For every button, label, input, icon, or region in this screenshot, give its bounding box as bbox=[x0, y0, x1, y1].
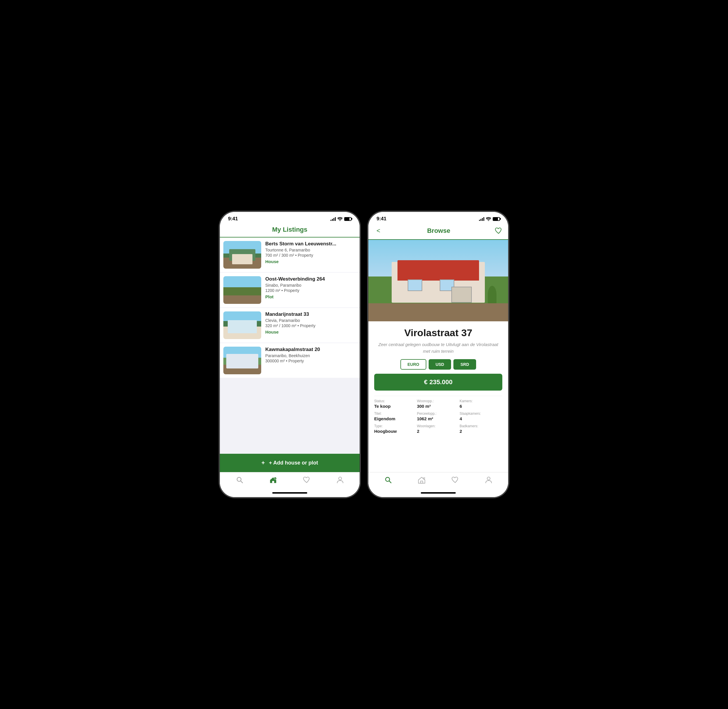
listing-address-1: Tourtonne 6, Paramaribo bbox=[265, 248, 356, 252]
spec-badkamers: Badkamers: 2 bbox=[459, 424, 502, 434]
spec-woonopp: Woonopp.: 300 m² bbox=[417, 399, 460, 408]
listings-icon: + bbox=[269, 476, 277, 484]
status-time-left: 9:41 bbox=[228, 216, 238, 222]
svg-rect-2 bbox=[272, 481, 274, 483]
add-button-icon: + bbox=[262, 460, 265, 466]
currency-euro-button[interactable]: EURO bbox=[401, 359, 426, 370]
heart-icon bbox=[451, 476, 459, 484]
listing-size-1: 700 m² / 300 m² • Property bbox=[265, 253, 356, 258]
list-item[interactable]: Mandarijnstraat 33 Clevia, Paramaribo 32… bbox=[220, 308, 360, 343]
spec-perceelopp-label: Perceelopp.: bbox=[417, 411, 460, 416]
signal-icon bbox=[330, 217, 336, 221]
add-button-label: + Add house or plot bbox=[269, 460, 318, 466]
listing-thumbnail-2 bbox=[223, 276, 261, 304]
svg-text:+: + bbox=[274, 478, 275, 480]
listing-type-2: Plot bbox=[265, 294, 356, 299]
listing-name-2: Oost-Westverbinding 264 bbox=[265, 276, 356, 282]
svg-line-8 bbox=[389, 481, 391, 483]
list-item[interactable]: Berts Storm van Leeuwenstr... Tourtonne … bbox=[220, 238, 360, 272]
listing-address-4: Paramaribo, Beekhuizen bbox=[265, 353, 356, 358]
list-item[interactable]: Kawmakapalmstraat 20 Paramaribo, Beekhui… bbox=[220, 343, 360, 378]
property-specs: Status: Te koop Woonopp.: 300 m² Kamers:… bbox=[374, 396, 502, 436]
profile-icon bbox=[336, 476, 344, 484]
spec-kamers-value: 6 bbox=[459, 404, 502, 408]
search-icon bbox=[384, 476, 392, 484]
spec-woonopp-value: 300 m² bbox=[417, 404, 460, 408]
spec-kamers: Kamers: 6 bbox=[459, 399, 502, 408]
search-icon bbox=[235, 476, 244, 484]
battery-icon bbox=[344, 217, 351, 221]
spec-status-value: Te koop bbox=[374, 404, 417, 408]
spec-type-value: Hoogbouw bbox=[374, 429, 417, 434]
property-hero-image bbox=[368, 240, 508, 321]
wifi-icon bbox=[338, 217, 342, 221]
bottom-nav-left: + bbox=[220, 472, 360, 490]
currency-usd-button[interactable]: USD bbox=[429, 359, 451, 370]
spec-badkamers-value: 2 bbox=[459, 429, 502, 434]
listing-size-4: 300000 m² • Property bbox=[265, 359, 356, 363]
nav-search-left[interactable] bbox=[223, 476, 256, 484]
listing-thumbnail-4 bbox=[223, 347, 261, 374]
listings-scroll[interactable]: Berts Storm van Leeuwenstr... Tourtonne … bbox=[220, 238, 360, 454]
home-indicator-right bbox=[368, 490, 508, 497]
nav-listings-left[interactable]: + bbox=[256, 476, 290, 484]
status-icons-right bbox=[479, 217, 500, 221]
listing-name-4: Kawmakapalmstraat 20 bbox=[265, 347, 356, 353]
spec-slaapkamers-label: Slaapkamers: bbox=[459, 411, 502, 416]
listing-thumbnail-3 bbox=[223, 311, 261, 339]
signal-icon bbox=[479, 217, 484, 221]
listing-thumbnail-1 bbox=[223, 241, 261, 268]
nav-profile-right[interactable] bbox=[472, 476, 505, 484]
home-indicator-bar bbox=[272, 492, 307, 494]
bottom-nav-right: + bbox=[368, 472, 508, 490]
favorite-button[interactable] bbox=[495, 227, 502, 234]
list-item[interactable]: Oost-Westverbinding 264 Sinabo, Paramari… bbox=[220, 273, 360, 307]
left-phone: 9:41 My bbox=[220, 212, 360, 497]
svg-point-12 bbox=[487, 477, 490, 480]
spec-slaapkamers-value: 4 bbox=[459, 416, 502, 421]
listing-size-2: 1200 m² • Property bbox=[265, 288, 356, 293]
nav-favorites-left[interactable] bbox=[290, 476, 323, 484]
spec-type-label: Type: bbox=[374, 424, 417, 428]
listing-size-3: 320 m² / 1000 m² • Property bbox=[265, 323, 356, 328]
wifi-icon bbox=[486, 217, 491, 221]
spec-titel-value: Eigendom bbox=[374, 416, 417, 421]
screen-header-left: My Listings bbox=[220, 223, 360, 238]
nav-search-right[interactable] bbox=[371, 476, 405, 484]
spec-type: Type: Hoogbouw bbox=[374, 424, 417, 434]
property-title: Virolastraat 37 bbox=[374, 327, 502, 338]
nav-listings-right[interactable]: + bbox=[405, 476, 438, 484]
battery-icon bbox=[493, 217, 500, 221]
property-subtitle: Zeer centraal gelegen oudbouw te Uitvlug… bbox=[374, 341, 502, 354]
add-house-or-plot-button[interactable]: + + Add house or plot bbox=[220, 454, 360, 472]
property-details: Virolastraat 37 Zeer centraal gelegen ou… bbox=[368, 321, 508, 439]
browse-scroll[interactable]: Virolastraat 37 Zeer centraal gelegen ou… bbox=[368, 240, 508, 472]
spec-woonlagen-label: Woonlagen: bbox=[417, 424, 460, 428]
phones-container: 9:41 My bbox=[220, 212, 508, 497]
listings-icon: + bbox=[418, 476, 426, 484]
spec-perceelopp: Perceelopp.: 1062 m² bbox=[417, 411, 460, 421]
nav-favorites-right[interactable] bbox=[438, 476, 472, 484]
listing-info-4: Kawmakapalmstraat 20 Paramaribo, Beekhui… bbox=[265, 347, 356, 365]
svg-point-6 bbox=[339, 477, 342, 480]
listing-info-3: Mandarijnstraat 33 Clevia, Paramaribo 32… bbox=[265, 311, 356, 334]
listing-info-1: Berts Storm van Leeuwenstr... Tourtonne … bbox=[265, 241, 356, 264]
spec-perceelopp-value: 1062 m² bbox=[417, 416, 460, 421]
currency-srd-button[interactable]: SRD bbox=[453, 359, 476, 370]
price-display: € 235.000 bbox=[374, 374, 502, 391]
right-phone: 9:41 < bbox=[368, 212, 508, 497]
spec-badkamers-label: Badkamers: bbox=[459, 424, 502, 428]
listing-type-1: House bbox=[265, 259, 356, 264]
spec-woonopp-label: Woonopp.: bbox=[417, 399, 460, 403]
spec-titel-label: Titel: bbox=[374, 411, 417, 416]
screen-title-left: My Listings bbox=[272, 226, 307, 233]
nav-profile-left[interactable] bbox=[323, 476, 357, 484]
spec-woonlagen: Woonlagen: 2 bbox=[417, 424, 460, 434]
svg-rect-9 bbox=[421, 481, 422, 483]
listing-name-3: Mandarijnstraat 33 bbox=[265, 311, 356, 317]
spec-kamers-label: Kamers: bbox=[459, 399, 502, 403]
back-button[interactable]: < bbox=[374, 226, 383, 236]
spec-status: Status: Te koop bbox=[374, 399, 417, 408]
status-bar-left: 9:41 bbox=[220, 212, 360, 223]
svg-text:+: + bbox=[424, 476, 425, 479]
